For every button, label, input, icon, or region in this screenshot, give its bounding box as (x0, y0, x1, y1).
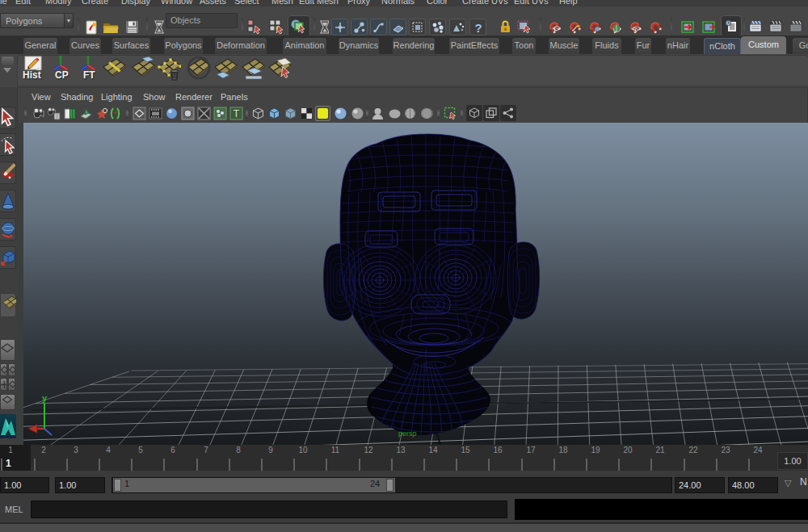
svg-text:T: T (234, 108, 240, 119)
svg-text:persp: persp (398, 429, 417, 438)
svg-text:?: ? (474, 21, 482, 35)
svg-text:y: y (42, 393, 48, 403)
